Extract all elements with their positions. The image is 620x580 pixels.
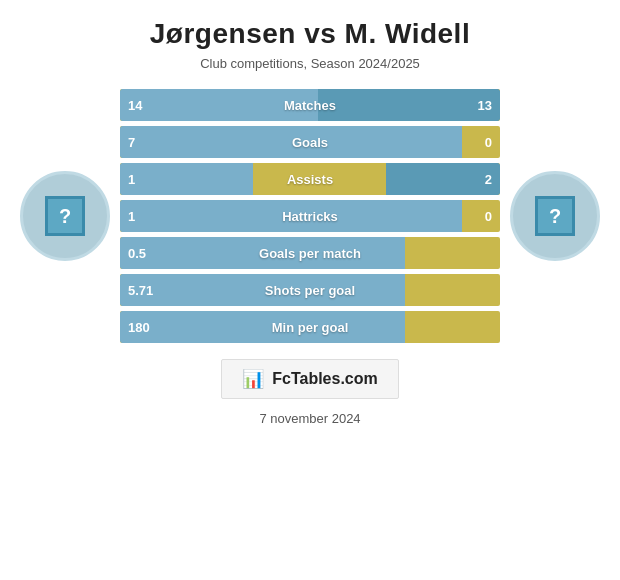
stat-value-right: 0 [485,209,492,224]
page-subtitle: Club competitions, Season 2024/2025 [200,56,420,71]
stat-label: Goals [292,135,328,150]
watermark-text: FcTables.com [272,370,378,388]
stat-value-right: 13 [478,98,492,113]
stat-value-left: 1 [128,172,135,187]
page-title: Jørgensen vs M. Widell [150,18,470,50]
stat-bar: 0.5Goals per match [120,237,500,269]
comparison-section: ? 14Matches137Goals01Assists21Hattricks0… [0,89,620,343]
stat-value-left: 180 [128,320,150,335]
stat-fill-right [386,163,500,195]
stat-label: Shots per goal [265,283,355,298]
footer-date: 7 november 2024 [259,411,360,426]
stat-value-right: 2 [485,172,492,187]
right-avatar-placeholder: ? [535,196,575,236]
stat-value-left: 1 [128,209,135,224]
stat-bar: 14Matches13 [120,89,500,121]
right-player-avatar: ? [500,171,610,261]
stat-label: Hattricks [282,209,338,224]
stat-label: Goals per match [259,246,361,261]
left-player-avatar: ? [10,171,120,261]
stat-row: 7Goals0 [120,126,500,158]
watermark-icon: 📊 [242,368,264,390]
stat-bar: 180Min per goal [120,311,500,343]
stat-fill-left [120,311,405,343]
stat-label: Assists [287,172,333,187]
stat-fill-right [318,89,500,121]
stat-row: 1Hattricks0 [120,200,500,232]
stat-row: 180Min per goal [120,311,500,343]
stat-fill-left [120,274,405,306]
stat-bar: 1Assists2 [120,163,500,195]
left-avatar-bg: ? [20,171,110,261]
stat-value-left: 7 [128,135,135,150]
stat-row: 14Matches13 [120,89,500,121]
stat-value-right: 0 [485,135,492,150]
stat-value-left: 14 [128,98,142,113]
left-avatar-placeholder: ? [45,196,85,236]
stat-bar: 7Goals0 [120,126,500,158]
stat-row: 1Assists2 [120,163,500,195]
stats-container: 14Matches137Goals01Assists21Hattricks00.… [120,89,500,343]
watermark[interactable]: 📊 FcTables.com [221,359,399,399]
stat-label: Matches [284,98,336,113]
stat-value-left: 0.5 [128,246,146,261]
stat-value-left: 5.71 [128,283,153,298]
stat-bar: 1Hattricks0 [120,200,500,232]
watermark-container: 📊 FcTables.com [221,359,399,399]
stat-row: 5.71Shots per goal [120,274,500,306]
stat-fill-left [120,163,253,195]
right-avatar-bg: ? [510,171,600,261]
stat-label: Min per goal [272,320,349,335]
stat-bar: 5.71Shots per goal [120,274,500,306]
stat-row: 0.5Goals per match [120,237,500,269]
